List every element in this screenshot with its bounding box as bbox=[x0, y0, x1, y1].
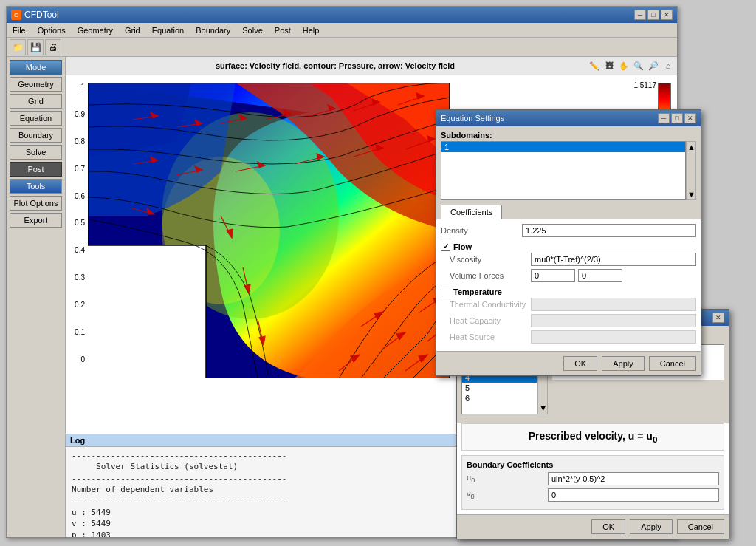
plot-icon-home[interactable]: ⌂ bbox=[662, 59, 675, 72]
viscosity-label: Viscosity bbox=[450, 255, 531, 264]
eq-cancel-button[interactable]: Cancel bbox=[649, 356, 696, 371]
menu-help[interactable]: Help bbox=[300, 25, 323, 35]
sidebar-export[interactable]: Export bbox=[10, 213, 62, 228]
thermal-conductivity-label: Thermal Conductivity bbox=[450, 300, 531, 309]
density-label: Density bbox=[441, 226, 522, 235]
heat-source-row: Heat Source bbox=[441, 330, 696, 344]
eq-close-button[interactable]: ✕ bbox=[684, 113, 696, 123]
minimize-button[interactable]: ─ bbox=[634, 10, 646, 20]
sidebar-solve[interactable]: Solve bbox=[10, 145, 62, 160]
volume-forces-x[interactable] bbox=[531, 269, 575, 282]
bc-close-button[interactable]: ✕ bbox=[712, 313, 724, 323]
subdomains-list[interactable]: 1 bbox=[441, 141, 686, 200]
toolbar-print[interactable]: 🖨 bbox=[45, 39, 61, 55]
y-label-02: 0.2 bbox=[66, 301, 86, 309]
eq-maximize-button[interactable]: □ bbox=[671, 113, 683, 123]
menubar: File Options Geometry Grid Equation Boun… bbox=[7, 23, 677, 38]
menu-equation[interactable]: Equation bbox=[149, 25, 187, 35]
tab-coefficients[interactable]: Coefficients bbox=[441, 205, 502, 219]
eq-minimize-button[interactable]: ─ bbox=[658, 113, 670, 123]
sidebar-boundary[interactable]: Boundary bbox=[10, 128, 62, 143]
prescribed-velocity-section: Prescribed velocity, u = u0 Boundary Coe… bbox=[457, 423, 729, 514]
flow-section-header: ✓ Flow bbox=[441, 240, 696, 253]
toolbar-save[interactable]: 💾 bbox=[27, 39, 44, 55]
density-value[interactable] bbox=[522, 224, 696, 237]
menu-file[interactable]: File bbox=[10, 25, 29, 35]
flow-checkbox[interactable]: ✓ bbox=[441, 242, 450, 251]
subdomains-section: Subdomains: 1 ▲ ▼ bbox=[436, 126, 701, 205]
y-label-06: 0.6 bbox=[66, 192, 86, 200]
colorbar-max-value: 1.5117 bbox=[633, 81, 656, 89]
sidebar-equation[interactable]: Equation bbox=[10, 111, 62, 126]
menu-grid[interactable]: Grid bbox=[122, 25, 143, 35]
heat-capacity-label: Heat Capacity bbox=[450, 316, 531, 325]
u0-row: u0 bbox=[467, 472, 719, 485]
temperature-checkbox[interactable] bbox=[441, 287, 450, 296]
sidebar-plot-options[interactable]: Plot Options bbox=[10, 196, 62, 211]
equation-settings-dialog: Equation Settings ─ □ ✕ Subdomains: 1 ▲ … bbox=[436, 109, 701, 376]
boundary-scroll-down[interactable]: ▼ bbox=[539, 403, 546, 413]
subdomains-label: Subdomains: bbox=[441, 131, 696, 140]
eq-apply-button[interactable]: Apply bbox=[602, 356, 645, 371]
y-label-04: 0.4 bbox=[66, 246, 86, 254]
y-label-08: 0.8 bbox=[66, 137, 86, 146]
volume-forces-y[interactable] bbox=[578, 269, 622, 282]
bc-ok-button[interactable]: OK bbox=[591, 519, 625, 534]
app-icon: C bbox=[11, 10, 21, 20]
sidebar-tools[interactable]: Tools bbox=[10, 179, 62, 194]
equation-dialog-titlebar: Equation Settings ─ □ ✕ bbox=[436, 110, 701, 126]
bc-apply-button[interactable]: Apply bbox=[630, 519, 673, 534]
subdomain-scroll-down[interactable]: ▼ bbox=[687, 190, 695, 199]
subdomain-scroll-up[interactable]: ▲ bbox=[687, 143, 695, 151]
v0-label: v0 bbox=[467, 489, 548, 500]
toolbar: 📁 💾 🖨 bbox=[7, 38, 677, 57]
plot-svg-container: 0 0.2 0.4 0.6 0.8 1 bbox=[88, 83, 450, 378]
eq-tab-bar: Coefficients bbox=[436, 205, 701, 219]
boundary-item-6[interactable]: 6 bbox=[462, 393, 537, 403]
thermal-conductivity-value bbox=[531, 298, 696, 311]
u0-label: u0 bbox=[467, 473, 548, 484]
plot-icon-pan[interactable]: ✋ bbox=[617, 59, 630, 72]
toolbar-open[interactable]: 📁 bbox=[10, 39, 26, 55]
heat-source-value bbox=[531, 330, 696, 344]
subdomain-item-1[interactable]: 1 bbox=[441, 142, 685, 152]
menu-post[interactable]: Post bbox=[272, 25, 294, 35]
viscosity-value[interactable] bbox=[531, 253, 696, 266]
plot-icon-zoom-out[interactable]: 🔎 bbox=[647, 59, 660, 72]
close-button[interactable]: ✕ bbox=[661, 10, 673, 20]
y-label-0: 0 bbox=[66, 355, 86, 364]
menu-geometry[interactable]: Geometry bbox=[75, 25, 116, 35]
sidebar-post[interactable]: Post bbox=[10, 162, 62, 177]
plot-icon-save[interactable]: 🖼 bbox=[602, 59, 616, 72]
boundary-item-5[interactable]: 5 bbox=[462, 383, 537, 393]
maximize-button[interactable]: □ bbox=[647, 10, 659, 20]
sidebar-grid[interactable]: Grid bbox=[10, 94, 62, 109]
sidebar: Mode Geometry Grid Equation Boundary Sol… bbox=[7, 57, 66, 537]
menu-boundary[interactable]: Boundary bbox=[193, 25, 233, 35]
sidebar-geometry[interactable]: Geometry bbox=[10, 77, 62, 92]
bc-cancel-button[interactable]: Cancel bbox=[677, 519, 724, 534]
bc-dialog-buttons: OK Apply Cancel bbox=[457, 514, 729, 539]
plot-titlebar: surface: Velocity field, contour: Pressu… bbox=[66, 57, 677, 75]
temperature-label: Temperature bbox=[453, 287, 502, 296]
eq-dialog-buttons: OK Apply Cancel bbox=[436, 351, 701, 375]
equation-dialog-title: Equation Settings bbox=[441, 114, 504, 123]
y-label-05: 0.5 bbox=[66, 219, 86, 227]
menu-options[interactable]: Options bbox=[35, 25, 69, 35]
eq-ok-button[interactable]: OK bbox=[563, 356, 597, 371]
volume-forces-row: Volume Forces bbox=[441, 269, 696, 282]
plot-icon-zoom-in[interactable]: 🔍 bbox=[632, 59, 645, 72]
sidebar-mode[interactable]: Mode bbox=[10, 60, 62, 75]
plot-title-text: surface: Velocity field, contour: Pressu… bbox=[216, 61, 455, 70]
v0-value[interactable] bbox=[548, 488, 719, 502]
boundary-coefficients-section: Boundary Coefficients u0 v0 bbox=[461, 455, 724, 510]
y-label-01: 0.1 bbox=[66, 328, 86, 336]
prescribed-velocity-text: Prescribed velocity, u = u0 bbox=[529, 430, 658, 442]
plot-icon-edit[interactable]: ✏️ bbox=[588, 59, 601, 72]
y-label-09: 0.9 bbox=[66, 110, 86, 118]
thermal-conductivity-row: Thermal Conductivity bbox=[441, 298, 696, 311]
u0-value[interactable] bbox=[548, 472, 719, 485]
coefficients-section: Density ✓ Flow Viscosity Volume Forces T… bbox=[436, 219, 701, 351]
volume-forces-label: Volume Forces bbox=[450, 271, 531, 280]
menu-solve[interactable]: Solve bbox=[239, 25, 266, 35]
